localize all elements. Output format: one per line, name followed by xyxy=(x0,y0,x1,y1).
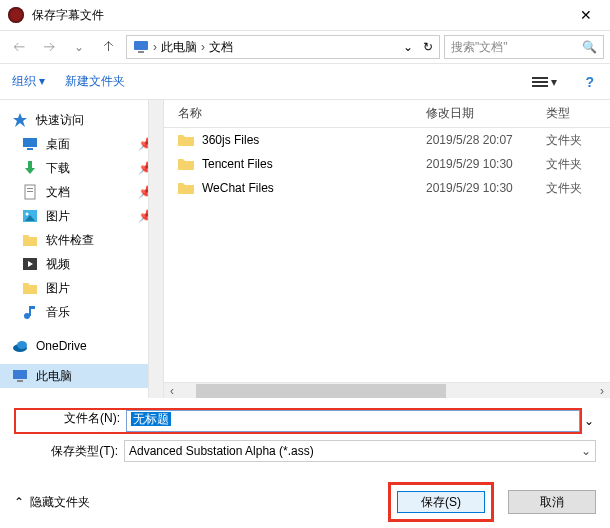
svg-rect-22 xyxy=(29,306,35,309)
sidebar-onedrive[interactable]: OneDrive xyxy=(0,334,163,358)
refresh-icon[interactable]: ↻ xyxy=(423,40,433,54)
picture-icon xyxy=(22,208,38,224)
file-row[interactable]: Tencent Files 2019/5/29 10:30 文件夹 xyxy=(164,152,610,176)
search-input[interactable]: 搜索"文档" 🔍 xyxy=(444,35,604,59)
svg-marker-16 xyxy=(23,235,37,246)
cloud-icon xyxy=(12,338,28,354)
toolbar: 组织 ▾ 新建文件夹 ▾ ? xyxy=(0,64,610,100)
up-button[interactable]: 🡡 xyxy=(96,35,122,59)
sidebar-item-desktop[interactable]: 桌面 📌 xyxy=(0,132,163,156)
nav-row: 🡠 🡢 ⌄ 🡡 › 此电脑 › 文档 ⌄ ↻ 搜索"文档" 🔍 xyxy=(0,30,610,64)
thispc-path-icon xyxy=(133,39,149,55)
filename-label: 文件名(N): xyxy=(16,410,126,432)
svg-marker-32 xyxy=(178,183,194,194)
svg-marker-19 xyxy=(23,283,37,294)
save-button[interactable]: 保存(S) xyxy=(397,491,485,513)
window-title: 保存字幕文件 xyxy=(32,7,570,24)
sidebar-item-music[interactable]: 音乐 xyxy=(0,300,163,324)
col-name[interactable]: 名称 xyxy=(178,105,426,122)
download-icon xyxy=(22,160,38,176)
sidebar-item-documents[interactable]: 文档 📌 xyxy=(0,180,163,204)
forward-button[interactable]: 🡢 xyxy=(36,35,62,59)
filename-input[interactable]: 无标题 xyxy=(126,410,580,432)
path-seg-1[interactable]: 文档 xyxy=(209,39,233,56)
filetype-select[interactable]: Advanced Substation Alpha (*.ass) ⌄ xyxy=(124,440,596,462)
star-icon xyxy=(12,112,28,128)
recent-dropdown[interactable]: ⌄ xyxy=(66,35,92,59)
scroll-thumb[interactable] xyxy=(196,384,446,398)
svg-rect-8 xyxy=(28,161,32,169)
sidebar-item-softwarecheck[interactable]: 软件检查 xyxy=(0,228,163,252)
path-seg-0[interactable]: 此电脑 xyxy=(161,39,197,56)
chevron-up-icon: ⌃ xyxy=(14,495,24,509)
document-icon xyxy=(22,184,38,200)
sidebar-item-pictures2[interactable]: 图片 xyxy=(0,276,163,300)
svg-rect-7 xyxy=(27,148,33,150)
svg-rect-3 xyxy=(532,81,548,83)
svg-point-24 xyxy=(17,341,27,349)
scroll-left-icon[interactable]: ‹ xyxy=(164,384,180,398)
scroll-right-icon[interactable]: › xyxy=(594,384,610,398)
filetype-label: 保存类型(T): xyxy=(14,443,124,460)
address-bar[interactable]: › 此电脑 › 文档 ⌄ ↻ xyxy=(126,35,440,59)
svg-rect-26 xyxy=(17,380,23,382)
dialog-body: 快速访问 桌面 📌 下载 📌 文档 📌 图片 📌 软件检查 视频 xyxy=(0,100,610,398)
thispc-icon xyxy=(12,368,28,384)
svg-rect-4 xyxy=(532,85,548,87)
svg-marker-31 xyxy=(178,159,194,170)
search-placeholder: 搜索"文档" xyxy=(451,39,508,56)
desktop-icon xyxy=(22,136,38,152)
video-icon xyxy=(22,256,38,272)
file-list-pane: 名称 修改日期 类型 360js Files 2019/5/28 20:07 文… xyxy=(164,100,610,398)
svg-rect-2 xyxy=(532,77,548,79)
chevron-right-icon: › xyxy=(153,40,157,54)
chevron-right-icon: › xyxy=(201,40,205,54)
svg-marker-30 xyxy=(178,135,194,146)
sidebar-scrollbar[interactable] xyxy=(148,100,163,398)
folder-icon xyxy=(178,181,194,195)
folder-icon xyxy=(178,157,194,171)
svg-marker-9 xyxy=(25,168,35,174)
folder-icon xyxy=(178,133,194,147)
new-folder-button[interactable]: 新建文件夹 xyxy=(65,73,125,90)
filename-highlight: 文件名(N): 无标题 xyxy=(14,408,582,434)
filename-dropdown-icon[interactable]: ⌄ xyxy=(582,414,596,428)
svg-rect-11 xyxy=(27,188,33,189)
svg-rect-25 xyxy=(13,370,27,379)
music-icon xyxy=(22,304,38,320)
sidebar: 快速访问 桌面 📌 下载 📌 文档 📌 图片 📌 软件检查 视频 xyxy=(0,100,164,398)
hide-folders-button[interactable]: ⌃ 隐藏文件夹 xyxy=(14,494,90,511)
sidebar-item-pictures[interactable]: 图片 📌 xyxy=(0,204,163,228)
svg-marker-5 xyxy=(13,113,27,127)
save-highlight: 保存(S) xyxy=(388,482,494,522)
close-button[interactable]: ✕ xyxy=(570,5,602,25)
horizontal-scrollbar[interactable]: ‹ › xyxy=(164,382,610,398)
cancel-button[interactable]: 取消 xyxy=(508,490,596,514)
app-icon xyxy=(8,7,24,23)
sidebar-quick-access[interactable]: 快速访问 xyxy=(0,108,163,132)
sidebar-item-downloads[interactable]: 下载 📌 xyxy=(0,156,163,180)
svg-rect-1 xyxy=(138,51,144,53)
sidebar-this-pc[interactable]: 此电脑 xyxy=(0,364,163,388)
title-bar: 保存字幕文件 ✕ xyxy=(0,0,610,30)
file-row[interactable]: 360js Files 2019/5/28 20:07 文件夹 xyxy=(164,128,610,152)
back-button[interactable]: 🡠 xyxy=(6,35,32,59)
folder-icon xyxy=(22,232,38,248)
help-button[interactable]: ? xyxy=(581,72,598,92)
sidebar-network[interactable]: 网络 xyxy=(0,394,163,398)
view-options-button[interactable]: ▾ xyxy=(528,73,561,91)
save-form: 文件名(N): 无标题 ⌄ 保存类型(T): Advanced Substati… xyxy=(0,398,610,472)
organize-button[interactable]: 组织 ▾ xyxy=(12,73,45,90)
folder-icon xyxy=(22,280,38,296)
svg-rect-6 xyxy=(23,138,37,147)
col-type[interactable]: 类型 xyxy=(546,105,610,122)
col-modified[interactable]: 修改日期 xyxy=(426,105,546,122)
file-row[interactable]: WeChat Files 2019/5/29 10:30 文件夹 xyxy=(164,176,610,200)
dialog-footer: ⌃ 隐藏文件夹 保存(S) 取消 xyxy=(0,472,610,528)
chevron-down-icon: ⌄ xyxy=(581,444,591,458)
sidebar-item-videos[interactable]: 视频 xyxy=(0,252,163,276)
column-headers[interactable]: 名称 修改日期 类型 xyxy=(164,100,610,128)
svg-point-14 xyxy=(26,213,29,216)
search-icon: 🔍 xyxy=(582,40,597,54)
address-dropdown-icon[interactable]: ⌄ xyxy=(403,40,413,54)
